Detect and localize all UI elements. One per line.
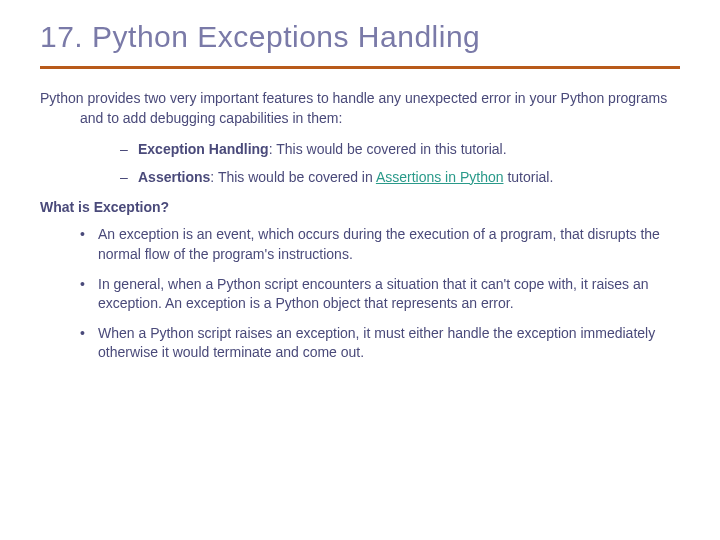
intro-paragraph: Python provides two very important featu… — [40, 89, 680, 128]
feature-desc-before: : This would be covered in — [210, 169, 376, 185]
sublist-item-assertions: Assertions: This would be covered in Ass… — [120, 168, 680, 188]
feature-sublist: Exception Handling: This would be covere… — [120, 140, 680, 187]
title-divider — [40, 66, 680, 69]
bullet-item: In general, when a Python script encount… — [80, 275, 680, 314]
feature-name: Assertions — [138, 169, 210, 185]
feature-name: Exception Handling — [138, 141, 269, 157]
section-heading: What is Exception? — [40, 199, 680, 215]
bullet-item: An exception is an event, which occurs d… — [80, 225, 680, 264]
feature-desc-after: tutorial. — [504, 169, 554, 185]
feature-desc: : This would be covered in this tutorial… — [269, 141, 507, 157]
bullet-list: An exception is an event, which occurs d… — [80, 225, 680, 363]
bullet-item: When a Python script raises an exception… — [80, 324, 680, 363]
sublist-item-exception-handling: Exception Handling: This would be covere… — [120, 140, 680, 160]
assertions-link[interactable]: Assertions in Python — [376, 169, 504, 185]
slide-title: 17. Python Exceptions Handling — [40, 20, 680, 54]
